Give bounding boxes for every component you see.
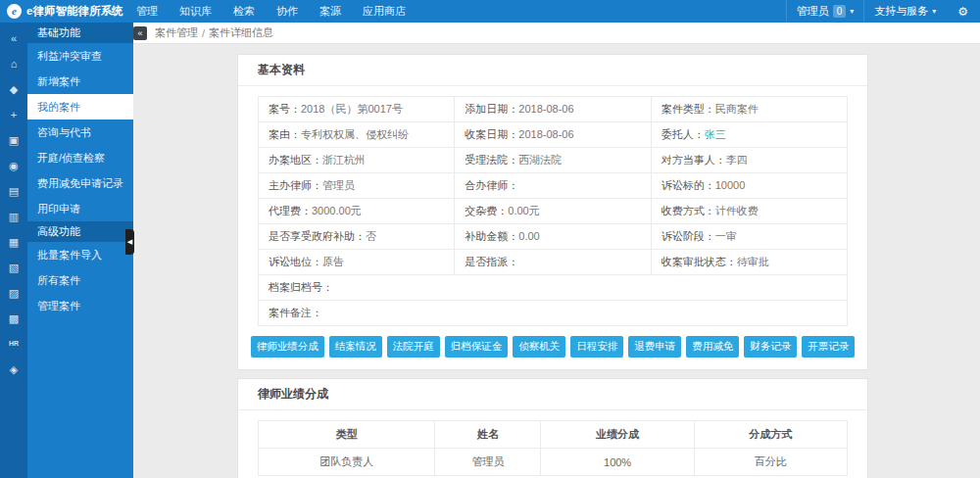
court-icon[interactable]: ▤ — [0, 178, 27, 204]
detail-row: 是否享受政府补助：否 补助金额：0.00 诉讼阶段：一审 — [259, 224, 848, 250]
field-label: 委托人： — [662, 128, 705, 140]
btn-invoice-records[interactable]: 开票记录 — [802, 336, 855, 358]
consult-icon[interactable]: ◉ — [0, 153, 27, 178]
topmenu-item-app-store[interactable]: 应用商店 — [352, 0, 416, 23]
topmenu-item-collaborate[interactable]: 协作 — [266, 0, 309, 23]
field-label: 是否享受政府补助： — [269, 230, 366, 242]
conflict-review-icon[interactable]: ◆ — [0, 76, 27, 102]
field-label: 诉讼阶段： — [662, 230, 715, 242]
advanced-icon[interactable]: ▧ — [0, 255, 27, 280]
btn-schedule[interactable]: 日程安排 — [570, 336, 623, 358]
field-label: 诉讼标的： — [662, 179, 715, 191]
brand: e e律师智能律所系统 — [0, 4, 125, 19]
performance-header-row: 类型 姓名 业绩分成 分成方式 — [259, 421, 848, 449]
field-value: 浙江杭州 — [322, 154, 366, 166]
field-label: 代理费： — [269, 205, 312, 216]
field-client: 委托人：张三 — [651, 122, 847, 148]
fee-record-icon[interactable]: ▥ — [0, 204, 27, 229]
topmenu-item-case-source[interactable]: 案源 — [309, 0, 352, 23]
btn-refund-request[interactable]: 退费申请 — [628, 336, 681, 358]
field-label: 案件类型： — [662, 103, 715, 115]
breadcrumb-toggle-icon[interactable]: « — [133, 26, 147, 40]
topbar-right: 管理员 0 ▾ 支持与服务 ▾ ⚙ — [786, 0, 980, 23]
perf-cell-split: 100% — [541, 449, 694, 476]
topmenu-item-manage[interactable]: 管理 — [125, 0, 169, 23]
basic-info-title: 基本资料 — [238, 55, 867, 86]
perf-cell-name: 管理员 — [435, 449, 541, 476]
btn-archive-deposit[interactable]: 归档保证金 — [445, 336, 509, 358]
field-label: 案号： — [269, 103, 301, 115]
performance-card: 律师业绩分成 类型 姓名 业绩分成 分成方式 团队负责人 管理员 100% — [237, 378, 868, 478]
detail-row: 案号：2018（民）第0017号 添加日期：2018-08-06 案件类型：民商… — [259, 97, 848, 122]
sidebar-item-batch-import[interactable]: 批量案件导入 — [27, 242, 133, 267]
sidebar-item-conflict-review[interactable]: 利益冲突审查 — [27, 43, 133, 69]
btn-performance-split[interactable]: 律师业绩分成 — [251, 336, 324, 358]
sidebar-item-consult[interactable]: 咨询与代书 — [27, 120, 133, 145]
topmenu-item-knowledge[interactable]: 知识库 — [169, 0, 222, 23]
user-name: 管理员 — [797, 4, 829, 19]
sidebar-item-manage-cases[interactable]: 管理案件 — [27, 293, 133, 318]
perf-cell-type: 团队负责人 — [259, 449, 435, 476]
collapse-icon[interactable]: « — [0, 25, 27, 51]
field-value: 计件收费 — [715, 205, 759, 216]
field-opposing-party: 对方当事人：李四 — [651, 148, 847, 173]
my-cases-icon[interactable]: ▣ — [0, 127, 27, 153]
field-agency-fee: 代理费：3000.00元 — [259, 199, 455, 224]
client-link[interactable]: 张三 — [705, 128, 726, 140]
settings-gear-icon[interactable]: ⚙ — [946, 5, 980, 19]
btn-court-session[interactable]: 法院开庭 — [387, 336, 440, 358]
sidebar-item-all-cases[interactable]: 所有案件 — [27, 267, 133, 293]
detail-row: 档案归档号： — [259, 275, 848, 301]
user-menu[interactable]: 管理员 0 ▾ — [786, 0, 864, 23]
home-icon[interactable]: ⌂ — [0, 51, 27, 76]
field-value: 原告 — [322, 256, 344, 267]
sidebar-item-seal-request[interactable]: 用印申请 — [27, 196, 133, 221]
case-detail-table: 案号：2018（民）第0017号 添加日期：2018-08-06 案件类型：民商… — [258, 96, 848, 326]
field-label: 案由： — [269, 128, 301, 140]
field-label: 收费方式： — [662, 205, 715, 216]
field-label: 办案地区： — [269, 154, 322, 166]
support-menu[interactable]: 支持与服务 ▾ — [863, 0, 946, 23]
detail-row: 案件备注： — [259, 301, 848, 326]
new-case-icon[interactable]: + — [0, 102, 27, 127]
menu-section-basic: 基础功能 — [27, 23, 133, 43]
import-icon[interactable]: ▨ — [0, 280, 27, 306]
sidebar-collapse-handle[interactable]: ◀ — [125, 229, 134, 255]
apps-icon[interactable]: ◈ — [0, 357, 27, 382]
field-value: 10000 — [715, 179, 746, 191]
topmenu-item-search[interactable]: 检索 — [222, 0, 266, 23]
user-badge: 0 — [833, 5, 847, 18]
field-label: 诉讼地位： — [269, 256, 322, 267]
field-value: 3000.00元 — [312, 205, 362, 216]
field-case-type: 案件类型：民商案件 — [651, 97, 847, 122]
field-charge-method: 收费方式：计件收费 — [651, 199, 847, 224]
field-value: 否 — [366, 230, 376, 242]
btn-investigation-organ[interactable]: 侦察机关 — [513, 336, 565, 358]
sidebar-item-court-investigation[interactable]: 开庭/侦查检察 — [27, 145, 133, 170]
detail-row: 办案地区：浙江杭州 受理法院：西湖法院 对方当事人：李四 — [259, 148, 848, 173]
sidebar-item-fee-waiver-records[interactable]: 费用减免申请记录 — [27, 170, 133, 196]
detail-row: 代理费：3000.00元 交杂费：0.00元 收费方式：计件收费 — [259, 199, 848, 224]
field-label: 收案审批状态： — [662, 256, 737, 267]
field-label: 收案日期： — [465, 128, 518, 140]
hr-icon[interactable]: HR — [0, 331, 27, 357]
seal-icon[interactable]: ▦ — [0, 229, 27, 255]
sidebar-item-new-case[interactable]: 新增案件 — [27, 69, 133, 94]
all-cases-icon[interactable]: ▩ — [0, 306, 27, 331]
caret-down-icon: ▾ — [850, 7, 854, 16]
field-assigned: 是否指派： — [455, 250, 651, 275]
field-litigation-position: 诉讼地位：原告 — [259, 250, 455, 275]
basic-info-card: 基本资料 案号：2018（民）第0017号 添加日期：2018-08-06 案件… — [237, 54, 868, 370]
field-add-date: 添加日期：2018-08-06 — [455, 97, 651, 122]
breadcrumb-parent[interactable]: 案件管理 — [155, 25, 198, 40]
perf-header-split: 业绩分成 — [541, 421, 694, 449]
field-label: 对方当事人： — [662, 154, 726, 166]
field-value: 2018（民）第0017号 — [301, 103, 403, 115]
field-cause: 案由：专利权权属、侵权纠纷 — [259, 122, 455, 148]
field-value: 管理员 — [322, 179, 355, 191]
field-value: 2018-08-06 — [518, 128, 573, 140]
btn-close-case[interactable]: 结案情况 — [329, 336, 382, 358]
btn-finance-records[interactable]: 财务记录 — [744, 336, 797, 358]
btn-fee-waiver[interactable]: 费用减免 — [686, 336, 739, 358]
sidebar-item-my-cases[interactable]: 我的案件 — [27, 94, 133, 120]
